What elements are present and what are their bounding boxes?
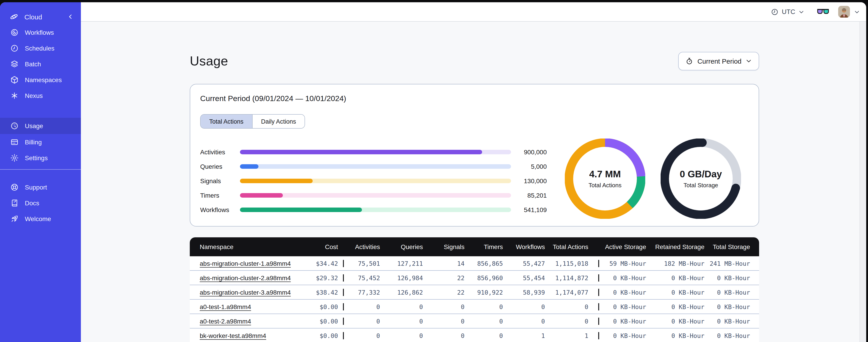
bar-value: 85,201 <box>511 192 547 199</box>
activities-cell: 77,332 <box>343 288 385 296</box>
sidebar-item-nexus[interactable]: Nexus <box>0 88 81 103</box>
queries-cell: 0 <box>385 303 428 310</box>
schedules-icon <box>10 43 19 53</box>
actions-tabs: Total Actions Daily Actions <box>200 114 305 129</box>
chevron-down-icon <box>746 58 752 64</box>
cost-cell: $29.32 <box>303 274 343 281</box>
retained-storage-cell: 0 KB-Hour <box>651 274 709 281</box>
signals-cell: 22 <box>428 288 469 296</box>
workflows-cell: 1 <box>508 332 550 339</box>
active-storage-cell: 0 KB-Hour <box>598 288 651 296</box>
donut-value: 0 GB/Day <box>680 169 722 179</box>
sidebar-item-support[interactable]: Support <box>0 179 81 195</box>
topbar: UTC <box>81 2 866 22</box>
timers-cell: 910,922 <box>469 288 508 296</box>
scrollbar[interactable] <box>860 22 866 342</box>
timers-cell: 856,865 <box>469 260 508 267</box>
timers-cell: 0 <box>469 317 508 324</box>
sidebar-nav-main: Workflows Schedules Batch <box>0 24 81 103</box>
sidebar-item-settings[interactable]: Settings <box>0 150 81 166</box>
sidebar-item-label: Welcome <box>25 215 51 222</box>
bar-track <box>240 179 511 183</box>
sidebar-item-namespaces[interactable]: Namespaces <box>0 72 81 88</box>
period-selector-button[interactable]: Current Period <box>678 52 759 70</box>
namespace-link[interactable]: abs-migration-cluster-2.a98mm4 <box>200 274 291 281</box>
column-header-retained-storage: Retained Storage <box>651 243 709 250</box>
tab-daily-actions[interactable]: Daily Actions <box>252 114 305 128</box>
user-menu[interactable] <box>838 6 860 18</box>
page-header: Usage Current Period <box>190 52 759 70</box>
column-header-workflows: Workflows <box>508 243 550 250</box>
stopwatch-icon <box>686 57 693 65</box>
bar-label: Timers <box>200 192 240 199</box>
sidebar-item-welcome[interactable]: Welcome <box>0 211 81 227</box>
retained-storage-cell: 0 KB-Hour <box>651 288 709 296</box>
namespace-link[interactable]: abs-migration-cluster-1.a98mm4 <box>200 260 291 267</box>
table-row: a0-test-2.a98mm4 $0.00 0 0 0 0 0 0 0 KB-… <box>190 314 759 329</box>
sidebar-item-label: Batch <box>25 60 41 67</box>
sidebar-item-billing[interactable]: Billing <box>0 134 81 150</box>
column-header-active-storage: Active Storage <box>598 243 651 250</box>
namespace-link[interactable]: a0-test-2.a98mm4 <box>200 317 251 324</box>
sidebar-item-workflows[interactable]: Workflows <box>0 24 81 40</box>
workflows-cell: 55,427 <box>508 260 550 267</box>
namespace-cell: a0-test-1.a98mm4 <box>190 303 303 310</box>
panel-title: Current Period (09/01/2024 — 10/01/2024) <box>200 93 749 105</box>
namespace-cell: bk-worker-test.a98mm4 <box>190 332 303 339</box>
total-storage-cell: 0 KB-Hour <box>709 332 759 339</box>
sidebar-item-usage[interactable]: Usage <box>0 118 81 134</box>
sidebar-item-label: Workflows <box>25 29 54 36</box>
sidebar-brand[interactable]: Cloud <box>0 11 81 23</box>
namespace-cell: abs-migration-cluster-2.a98mm4 <box>190 274 303 281</box>
book-icon <box>10 198 19 207</box>
bar-fill <box>240 150 482 154</box>
sidebar-brand-label: Cloud <box>24 13 42 21</box>
glasses-icon <box>817 8 829 15</box>
sidebar-item-batch[interactable]: Batch <box>0 56 81 72</box>
total-storage-cell: 0 KB-Hour <box>709 317 759 324</box>
sidebar-collapse-icon[interactable] <box>67 13 74 20</box>
timers-cell: 0 <box>469 303 508 310</box>
sidebar-item-label: Namespaces <box>25 76 62 83</box>
column-header-queries: Queries <box>385 243 428 250</box>
bar-row-activities: Activities 900,000 <box>200 150 547 154</box>
billing-card-icon <box>10 137 19 146</box>
active-storage-cell: 0 KB-Hour <box>598 303 651 310</box>
tab-total-actions[interactable]: Total Actions <box>200 114 252 128</box>
sidebar: Cloud Workflows Schedules <box>0 2 81 342</box>
content-area: Usage Current Period <box>81 22 866 342</box>
workflows-icon <box>10 28 19 37</box>
cost-cell: $34.42 <box>303 260 343 267</box>
sidebar-nav-account: Usage Billing Settings <box>0 118 81 166</box>
table-row: abs-migration-cluster-3.a98mm4 $38.42 77… <box>190 285 759 300</box>
workflows-cell: 58,939 <box>508 288 550 296</box>
donut-value: 4.7 MM <box>589 169 621 179</box>
active-storage-cell: 59 MB-Hour <box>598 260 651 267</box>
total-storage-cell: 0 KB-Hour <box>709 274 759 281</box>
column-header-total-actions: Total Actions <box>550 243 598 250</box>
app-stage: Cloud Workflows Schedules <box>0 0 868 342</box>
signals-cell: 0 <box>428 303 469 310</box>
column-header-total-storage: Total Storage <box>709 243 759 250</box>
namespace-link[interactable]: a0-test-1.a98mm4 <box>200 303 251 310</box>
timezone-selector[interactable]: UTC <box>771 8 804 15</box>
bar-row-queries: Queries 5,000 <box>200 164 547 169</box>
bar-value: 5,000 <box>511 163 547 170</box>
namespace-link[interactable]: bk-worker-test.a98mm4 <box>200 332 266 339</box>
bar-value: 541,109 <box>511 206 547 213</box>
table-row: bk-worker-test.a98mm4 $0.00 0 0 0 0 1 1 … <box>190 329 759 342</box>
workflows-cell: 0 <box>508 303 550 310</box>
sidebar-item-schedules[interactable]: Schedules <box>0 40 81 56</box>
sidebar-item-label: Support <box>25 183 47 191</box>
namespace-link[interactable]: abs-migration-cluster-3.a98mm4 <box>200 288 291 296</box>
queries-cell: 0 <box>385 332 428 339</box>
chevron-down-icon <box>854 9 860 15</box>
total-storage-cell: 0 KB-Hour <box>709 288 759 296</box>
bar-row-signals: Signals 130,000 <box>200 179 547 183</box>
page-title: Usage <box>190 54 228 68</box>
retained-storage-cell: 0 KB-Hour <box>651 303 709 310</box>
feedback-glasses-button[interactable] <box>817 8 829 15</box>
namespace-cell: a0-test-2.a98mm4 <box>190 317 303 324</box>
sidebar-item-docs[interactable]: Docs <box>0 195 81 211</box>
gear-icon <box>10 153 19 162</box>
